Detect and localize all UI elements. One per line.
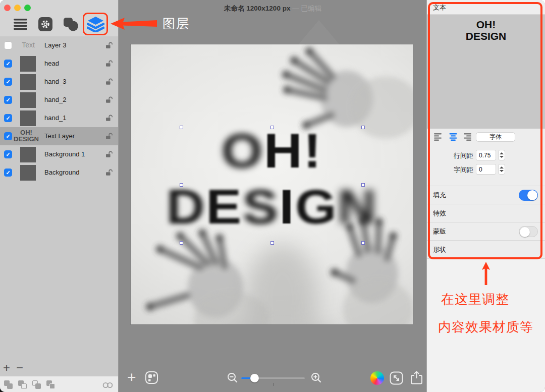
align-right-icon[interactable] [461,133,471,141]
font-button[interactable]: 字体 [476,132,515,142]
share-icon[interactable] [410,370,423,387]
unlock-icon[interactable] [105,133,113,140]
letter-spacing-row: 字间距 [427,164,545,175]
minimize-button[interactable] [14,5,21,11]
layer-row-hand_1[interactable]: ✓hand_1 [0,109,118,127]
zoom-out-icon[interactable] [227,372,238,385]
app-window: TextLayer 3✓head✓hand_3✓hand_2✓hand_1✓OH… [0,0,545,392]
section-row-填充[interactable]: 填充 [427,186,545,204]
layer-name: Background [44,163,79,182]
layers-panel: TextLayer 3✓head✓hand_3✓hand_2✓hand_1✓OH… [0,0,119,392]
list-view-icon[interactable] [11,16,29,33]
layer-row-hand_2[interactable]: ✓hand_2 [0,91,118,109]
zoom-slider[interactable] [241,377,305,379]
蒙版-toggle[interactable] [519,226,538,237]
letter-spacing-input[interactable] [476,164,496,175]
layer-row-background-1[interactable]: ✓Background 1 [0,145,118,163]
settings-icon[interactable] [36,16,54,33]
unlock-icon[interactable] [105,151,113,158]
layer-row-layer-3[interactable]: TextLayer 3 [0,36,118,54]
canvas-text-line1: OH! [117,123,427,179]
boolean-ops-bar [0,376,118,392]
layer-thumbnail [20,74,36,90]
annotation-left-arrow [110,17,158,31]
zoom-slider-thumb[interactable] [250,374,259,382]
remove-layer-button[interactable]: − [16,362,23,374]
unlock-icon[interactable] [105,169,113,176]
shapes-icon[interactable] [62,16,80,33]
arrange-grid-icon[interactable] [145,371,158,386]
section-row-特效[interactable]: 特效 [427,204,545,222]
layer-add-remove: + − [3,362,23,374]
layer-thumbnail [20,56,36,72]
align-left-icon[interactable] [434,133,444,141]
close-button[interactable] [4,5,11,11]
add-layer-button[interactable]: + [3,362,10,374]
unlock-icon[interactable] [105,78,113,85]
annotation-layers-label: 图层 [162,15,190,32]
color-picker-wheel[interactable] [370,371,384,385]
zoom-in-icon[interactable] [311,372,322,385]
section-label: 填充 [433,186,446,204]
layer-thumbnail [20,147,36,162]
boolean-intersect-icon[interactable] [32,380,41,389]
resize-canvas-icon[interactable] [390,371,403,387]
line-spacing-stepper[interactable] [498,150,505,160]
layer-name: Text Layer [44,127,75,145]
rp-sections: 填充特效蒙版形状 [427,186,545,259]
layers-icon [87,16,104,32]
text-inspector-panel: 文本 OH! DESIGN [426,0,545,392]
layer-thumbnail [20,110,36,126]
canvas-text-line2: DESIGN [117,179,427,235]
layer-row-background[interactable]: ✓Background [0,163,118,182]
boolean-union-icon[interactable] [4,380,13,389]
left-toolbar [0,0,118,36]
section-row-形状[interactable]: 形状 [427,241,545,259]
canvas-text: OH! DESIGN [117,123,427,235]
pasteboard: 未命名 1200x1200 px — 已编辑 [119,0,426,392]
layer-visibility-checkbox[interactable]: ✓ [4,78,12,86]
letter-spacing-stepper[interactable] [498,164,505,175]
layer-row-head[interactable]: ✓head [0,54,118,73]
link-icon[interactable] [102,381,113,390]
layers-button[interactable] [86,16,104,33]
layer-visibility-checkbox[interactable]: ✓ [4,114,12,122]
layers-list: TextLayer 3✓head✓hand_3✓hand_2✓hand_1✓OH… [0,36,118,182]
layer-name: Background 1 [44,145,85,163]
layer-row-hand_3[interactable]: ✓hand_3 [0,73,118,91]
document-edited-badge: — 已编辑 [292,5,321,12]
line-spacing-input[interactable] [476,150,496,160]
text-style-preview[interactable]: OH! DESIGN [427,15,545,129]
unlock-icon[interactable] [105,42,113,49]
align-center-icon[interactable] [448,133,458,141]
shapes-glyph-icon [63,17,79,31]
annotation-text-1: 在这里调整 [441,291,545,308]
watermark-triangle [298,20,340,45]
fullscreen-button[interactable] [24,5,31,11]
layer-visibility-checkbox[interactable]: ✓ [4,96,12,104]
layer-row-text-layer[interactable]: ✓OH!DESIGNText Layer [0,127,118,145]
unlock-icon[interactable] [105,115,113,122]
canvas-bottom-toolbar: + [119,364,426,392]
填充-toggle[interactable] [519,190,538,201]
section-row-蒙版[interactable]: 蒙版 [427,222,545,241]
add-content-button[interactable]: + [127,363,136,391]
layer-name: Layer 3 [44,36,66,54]
boolean-exclude-icon[interactable] [46,380,55,389]
layer-visibility-checkbox[interactable]: ✓ [4,169,12,177]
hamburger-icon [14,18,27,30]
unlock-icon[interactable] [105,96,113,103]
unlock-icon[interactable] [105,60,113,67]
layer-visibility-checkbox[interactable]: ✓ [4,60,12,68]
layer-name: head [44,54,59,73]
layer-visibility-checkbox[interactable]: ✓ [4,150,12,158]
layer-visibility-checkbox[interactable] [4,41,12,49]
layer-thumbnail [20,165,36,181]
preview-line1: OH! [427,19,545,30]
toggle-knob [527,190,537,200]
annotation-text-2: 内容效果材质等 [438,318,545,336]
section-label: 蒙版 [433,222,446,241]
boolean-subtract-icon[interactable] [18,380,27,389]
layer-thumbnail: Text [16,41,40,49]
canvas-image[interactable]: OH! DESIGN [131,44,413,324]
